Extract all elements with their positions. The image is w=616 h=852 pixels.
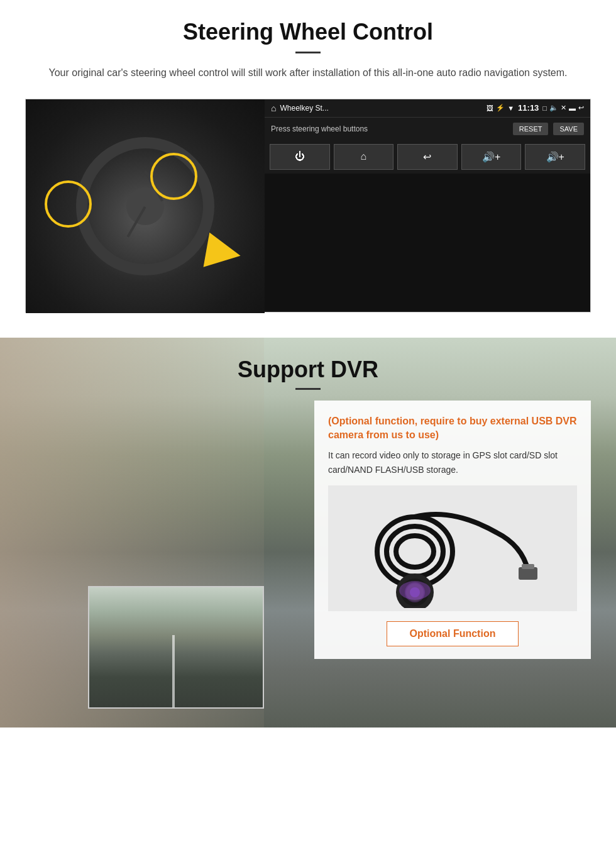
optional-function-button[interactable]: Optional Function <box>387 621 519 646</box>
dvr-camera-illustration <box>328 485 577 611</box>
dvr-camera-svg <box>358 489 547 608</box>
steering-screen: ⌂ Wheelkey St... 🖼 ⚡ ▼ 11:13 □ 🔈 ✕ ▬ ↩ <box>265 99 590 312</box>
back-ctrl-btn[interactable]: ↩ <box>397 144 458 170</box>
app-name-label: Wheelkey St... <box>280 104 483 113</box>
dvr-preview-thumbnail <box>88 586 264 709</box>
wheel-outer <box>76 137 214 275</box>
screen-toolbar: Press steering wheel buttons RESET SAVE <box>265 118 590 140</box>
vol-down-ctrl-btn[interactable]: 🔊+ <box>461 144 522 170</box>
back-icon: ↩ <box>578 104 584 112</box>
screen-controls: ⏻ ⌂ ↩ 🔊+ 🔊+ <box>265 140 590 174</box>
svg-point-2 <box>396 536 434 567</box>
img-icon: 🖼 <box>487 104 493 112</box>
screen-icon: ▬ <box>569 104 576 112</box>
title-divider <box>295 52 321 53</box>
close-icon: ✕ <box>561 104 566 112</box>
volume-icon: 🔈 <box>549 104 558 112</box>
svg-point-12 <box>399 581 431 600</box>
home-icon: ⌂ <box>271 103 276 113</box>
status-time: 11:13 <box>518 103 539 113</box>
steering-demo-container: ⌂ Wheelkey St... 🖼 ⚡ ▼ 11:13 □ 🔈 ✕ ▬ ↩ <box>25 99 591 313</box>
dvr-info-card: (Optional function, require to buy exter… <box>314 401 591 660</box>
dvr-title-area: Support DVR <box>0 338 616 400</box>
dvr-section: Support DVR (Optional function, require … <box>0 338 616 728</box>
road-center-line <box>172 635 175 707</box>
right-icons: □ 🔈 ✕ ▬ ↩ <box>542 104 584 112</box>
instruction-label: Press steering wheel buttons <box>271 124 508 133</box>
dvr-card-description: It can record video only to storage in G… <box>328 448 577 477</box>
direction-arrow <box>204 232 244 273</box>
camera-icon: □ <box>542 104 547 112</box>
highlight-circle-right <box>150 153 197 200</box>
reset-button[interactable]: RESET <box>513 123 549 135</box>
steering-wheel-photo <box>26 99 265 313</box>
save-button[interactable]: SAVE <box>553 123 584 135</box>
dvr-optional-highlight: (Optional function, require to buy exter… <box>328 414 577 443</box>
screen-empty-area <box>265 174 590 312</box>
svg-rect-4 <box>522 564 534 569</box>
status-icons: 🖼 ⚡ ▼ <box>487 104 514 112</box>
usb-icon: ⚡ <box>496 104 505 112</box>
screen-statusbar: ⌂ Wheelkey St... 🖼 ⚡ ▼ 11:13 □ 🔈 ✕ ▬ ↩ <box>265 99 590 118</box>
vol-up-ctrl-btn[interactable]: 🔊+ <box>525 144 585 170</box>
thumbnail-road-view <box>89 587 263 707</box>
steering-subtitle: Your original car's steering wheel contr… <box>25 65 591 81</box>
steering-wheel-section: Steering Wheel Control Your original car… <box>0 0 616 338</box>
highlight-circle-left <box>45 180 92 228</box>
home-ctrl-btn[interactable]: ⌂ <box>334 144 394 170</box>
wifi-icon: ▼ <box>507 104 514 112</box>
power-ctrl-btn[interactable]: ⏻ <box>270 144 330 170</box>
dvr-title: Support DVR <box>0 357 616 383</box>
steering-title: Steering Wheel Control <box>25 19 591 45</box>
steering-wheel-bg <box>26 99 265 313</box>
dvr-title-divider <box>295 388 321 390</box>
